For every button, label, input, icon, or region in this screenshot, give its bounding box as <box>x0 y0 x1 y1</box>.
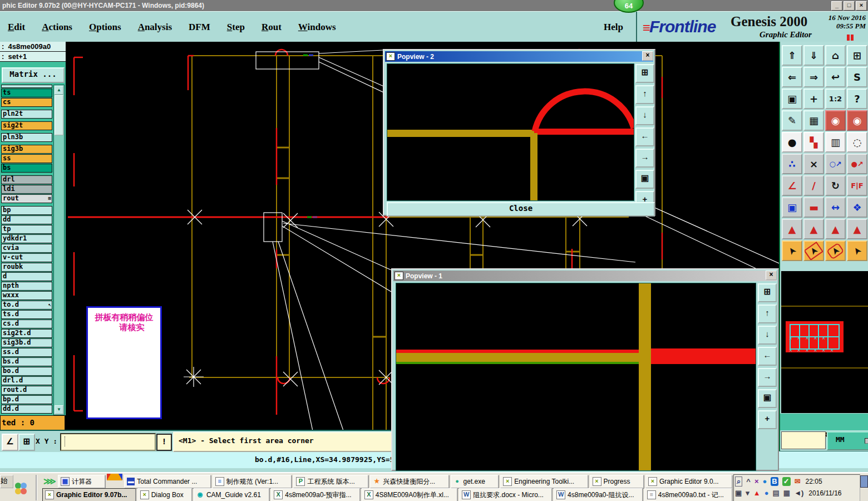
alert-button[interactable]: ! <box>156 434 172 451</box>
taskbar-button[interactable]: P工程系统 版本... <box>293 475 368 488</box>
popview-2-titlebar[interactable]: × Popview - 2 <box>385 51 653 62</box>
start-button[interactable]: 始 <box>0 475 13 488</box>
minimize-button[interactable]: _ <box>831 1 842 11</box>
pan-right-button[interactable]: ⇒ <box>803 67 824 87</box>
pinwheel-launch-icon[interactable] <box>107 474 122 480</box>
layer-row-dd.d[interactable]: dd.d <box>1 405 52 414</box>
rotate-object-button[interactable]: ↻ <box>825 175 846 196</box>
layer-row-pln3b[interactable]: pln3b <box>1 133 52 142</box>
layer-row-pln2t[interactable]: pln2t <box>1 110 52 119</box>
taskbar-button[interactable]: ×Progress <box>590 475 644 488</box>
surface-fill-4-button[interactable]: ▲ <box>847 219 867 239</box>
move-to-layer-button[interactable]: ●↗ <box>847 154 867 174</box>
scroll-right-button[interactable]: → <box>635 149 654 168</box>
tray-mail-icon[interactable]: ✉ <box>795 477 801 486</box>
scroll-right-button[interactable]: → <box>758 368 777 387</box>
popview-1-window[interactable]: × Popview - 1 × ⊞↑↓←→▣+ <box>391 268 779 471</box>
popout-view-button[interactable]: ⊞ <box>758 283 777 302</box>
layer-row-roubk[interactable]: roubk <box>1 263 52 272</box>
layer-row-tp[interactable]: tp <box>1 225 52 234</box>
taskbar-button[interactable]: X4s8me009a0-预审指... <box>271 488 360 501</box>
layer-row-cs.d[interactable]: cs.d <box>1 320 52 328</box>
tray-sync-icon[interactable]: ● <box>762 477 767 486</box>
menu-item-options[interactable]: Options <box>89 22 121 33</box>
zoom-fit-all-button[interactable]: ▣ <box>782 89 802 109</box>
menu-item-step[interactable]: Step <box>227 22 245 33</box>
pan-left-button[interactable]: ⇐ <box>782 67 802 87</box>
zoom-fit-button[interactable]: ▣ <box>635 170 654 189</box>
units-value-box[interactable] <box>781 431 826 449</box>
draw-tools-button[interactable]: ✎ <box>782 110 802 131</box>
split-window-xy-button[interactable]: ⊞ <box>847 45 867 66</box>
layer-row-rout[interactable]: rout⊞ <box>1 194 52 203</box>
menu-item-windows[interactable]: Windows <box>298 22 336 33</box>
slope-measure-button[interactable]: / <box>803 175 824 196</box>
taskbar-button[interactable]: ≡制作规范 (Ver:1... <box>213 475 292 488</box>
pan-view-button[interactable]: + <box>758 410 777 429</box>
layer-row-drl[interactable]: drl <box>1 175 52 184</box>
taskbar-button[interactable]: ×Graphic Editor 9.07b... <box>42 488 136 501</box>
program-manager-icon[interactable] <box>14 482 28 495</box>
dimension-measure-button[interactable]: ↔ <box>825 197 846 218</box>
layer-row-wxxx[interactable]: wxxx <box>1 291 52 300</box>
select-mode-button[interactable]: ➤ <box>782 240 802 261</box>
popview-2-close-icon[interactable]: × <box>642 51 653 61</box>
popview-1-titlebar[interactable]: × Popview - 1 <box>393 271 777 281</box>
popview-1-close-icon[interactable]: × <box>766 271 777 280</box>
layer-scrollbar[interactable]: ▲ ▼ <box>53 85 65 415</box>
menu-help[interactable]: Help <box>604 12 623 42</box>
window-titlebar[interactable]: phic Editor 9.07b2 (00@HY-HYCAM-PC171 - … <box>0 0 868 12</box>
tray-warning-icon[interactable]: ▲ <box>753 489 761 498</box>
layer-row-cvia[interactable]: cvia <box>1 244 52 253</box>
taskbar-button[interactable]: ●get.exe <box>451 475 499 488</box>
popout-view-button[interactable]: ⊞ <box>635 64 654 83</box>
snap-angle-button[interactable]: ∠ <box>2 434 18 451</box>
layer-row-ss.d[interactable]: ss.d <box>1 348 52 357</box>
tray-volume-icon[interactable]: ◄) <box>794 489 803 498</box>
zoom-window-out-button[interactable]: ⇓ <box>803 45 824 66</box>
pad-outline-button[interactable]: ◌ <box>847 132 867 153</box>
ruler-measure-button[interactable]: ▥ <box>825 132 846 153</box>
layer-row-d[interactable]: d <box>1 272 52 281</box>
taskbar-button[interactable]: ★兴森快捷衡阳分... <box>370 475 448 488</box>
taskbar-button[interactable]: ×Engineering Toolki... <box>500 475 588 488</box>
surface-fill-1-button[interactable]: ▲ <box>782 219 802 239</box>
layer-row-rout.d[interactable]: rout.d <box>1 386 52 395</box>
tray-clipboard-icon[interactable]: ▦ <box>783 489 790 498</box>
home-view-button[interactable]: ⌂ <box>825 45 846 66</box>
zoom-center-button[interactable]: + <box>803 89 824 109</box>
net-highlight-1-button[interactable]: ◉ <box>825 110 846 131</box>
taskbar-button[interactable]: ×Dialog Box <box>137 488 192 501</box>
layer-row-sig2t.d[interactable]: sig2t.d <box>1 329 52 338</box>
restore-button[interactable]: □ <box>844 1 855 11</box>
units-button[interactable]: MM <box>827 431 868 450</box>
layer-row-bp[interactable]: bp <box>1 206 52 215</box>
tray-app-window-icon[interactable]: ⌕ <box>735 477 742 487</box>
tray-shield-icon[interactable]: ✓ <box>782 477 791 486</box>
tray-browser-icon[interactable]: ● <box>765 489 769 498</box>
popview-2-canvas[interactable] <box>387 63 634 201</box>
grid-snap-button[interactable]: ▦ <box>803 110 824 131</box>
layer-row-bp.d[interactable]: bp.d <box>1 395 52 404</box>
show-desktop-button[interactable] <box>860 475 868 488</box>
previous-view-button[interactable]: ↩ <box>825 67 846 87</box>
taskbar-button[interactable]: ×Graphic Editor 9.0... <box>645 475 732 488</box>
panel-minimap[interactable]: ××××× ×××××× <box>781 271 868 413</box>
copy-shape-button[interactable]: ● <box>782 132 802 153</box>
layer-row-ss[interactable]: ss <box>1 154 52 163</box>
help-tool-button[interactable]: ? <box>847 89 867 109</box>
net-trace-button[interactable]: ∴ <box>782 154 802 174</box>
surface-blobs-button[interactable]: ❖ <box>847 197 867 218</box>
scroll-left-button[interactable]: ← <box>758 347 777 366</box>
tray-bluetooth-icon[interactable]: B <box>771 477 778 486</box>
tray-x-icon[interactable]: × <box>754 477 759 486</box>
scroll-left-button[interactable]: ← <box>635 127 654 146</box>
layer-row-ts[interactable]: ts <box>1 89 52 97</box>
layer-row-sig3b.d[interactable]: sig3b.d <box>1 338 52 347</box>
zoom-ratio-1-2-button[interactable]: 1:2 <box>825 89 846 109</box>
delete-object-button[interactable]: × <box>803 154 824 174</box>
zoom-window-in-button[interactable]: ⇑ <box>782 45 802 66</box>
menu-item-dfm[interactable]: DFM <box>189 22 210 33</box>
layer-row-ldi[interactable]: ldi <box>1 185 52 194</box>
taskbar-button[interactable]: W4s8me009a0-阻抗设... <box>554 488 643 501</box>
